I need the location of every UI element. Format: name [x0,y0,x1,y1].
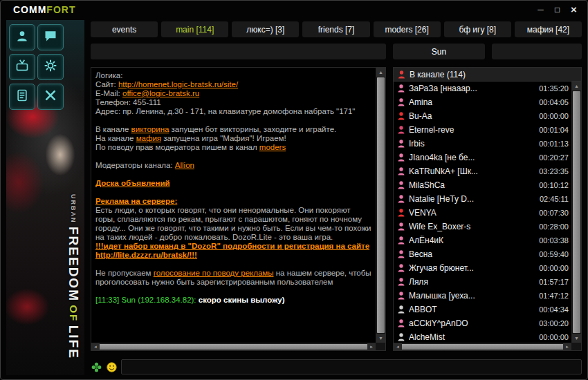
message-input[interactable] [121,359,582,374]
close-button[interactable]: × [569,5,579,15]
scroll-up-button[interactable]: ▲ [376,68,385,77]
chat-bubble-icon [44,29,57,46]
broadcast-button[interactable] [9,54,35,80]
scroll-up-button[interactable]: ▲ [572,82,581,91]
user-name: Amina [409,97,535,107]
topic-bar[interactable] [91,44,386,59]
chat-panel: Логика: Сайт: http://homenet.logic-brats… [91,67,386,351]
scroll-left-button[interactable]: ◄ [91,343,100,350]
user-name: Natalie [НеТу D... [409,194,535,204]
chat-vertical-scrollbar[interactable]: ▲ ▼ [376,68,385,343]
tab-moders[interactable]: moders [26] [374,21,441,37]
scrollbar-corner [571,343,581,350]
user-icon [398,292,405,300]
tab-friends[interactable]: friends [7] [302,21,369,37]
settings-button[interactable] [37,54,64,80]
user-list-item[interactable]: Жгучая брюнет...00:00:00 [394,261,571,275]
user-name: Bu-Aa [409,111,535,121]
chat-text: E-Mail: [95,89,122,97]
emoticons-button[interactable] [106,361,117,372]
message-input-row [91,359,582,375]
scroll-thumb[interactable] [402,344,563,350]
scroll-thumb[interactable] [100,344,367,350]
userlist-horizontal-scrollbar[interactable]: ◄ ► [394,343,571,350]
tab-mafia[interactable]: мафия [42] [515,21,582,37]
user-list-item[interactable]: ABBOT00:04:34 [394,303,571,316]
user-name: aCCkiY^pAnDO [409,319,535,328]
user-time: 01:35:20 [539,84,569,93]
userlist-vertical-scrollbar[interactable]: ▲ ▼ [571,82,581,343]
user-list-item[interactable]: ЗаРаЗа [ннааар...01:35:20 [394,82,571,95]
email-link[interactable]: office@logic-bratsk.ru [122,89,199,97]
log-button[interactable] [9,84,35,110]
chat-horizontal-scrollbar[interactable]: ◄ ► [91,343,376,350]
connection-status-icon[interactable] [91,361,102,372]
maximize-button[interactable]: □ [552,5,562,15]
moderator-link[interactable]: Allion [175,161,194,169]
profile-button[interactable] [9,24,35,50]
user-list-item[interactable]: MilaShCa00:10:12 [394,178,571,192]
tab-lux[interactable]: люкс=) [3] [232,21,299,37]
chat-log: Логика: Сайт: http://homenet.logic-brats… [91,68,376,343]
user-icon [398,98,405,106]
scroll-down-button[interactable]: ▼ [376,334,385,343]
vertical-text-life: LIFE [66,325,81,359]
user-name: MilaShCa [409,180,535,190]
user-icon [398,84,405,93]
user-name: Eternel-reve [409,125,535,135]
vertical-text-freedom: FREEDOM [66,227,81,302]
mafia-channel-link[interactable]: мафия [136,134,161,142]
exit-button[interactable] [37,84,64,110]
user-list-item[interactable]: Natalie [НеТу D...02:45:11 [394,192,571,206]
vertical-text-of: OF [68,305,80,322]
user-list-item[interactable]: AlcheMist00:00:00 [394,330,571,343]
user-list-item[interactable]: Ляля01:57:17 [394,275,571,289]
user-list-item[interactable]: JIano4ka [не бе...00:20:27 [394,151,571,164]
chat-text: В канале [95,125,131,133]
scroll-left-button[interactable]: ◄ [394,343,402,350]
tab-bf-igu[interactable]: бф игу [8] [444,21,511,37]
scroll-thumb[interactable] [573,91,580,333]
board-link[interactable]: Доска объявлений [95,179,170,187]
user-time: 00:04:34 [539,305,569,314]
dozor-link[interactable]: !!!идет набор команд в "DozoR" подробнос… [95,242,369,259]
tv-icon [15,59,29,75]
user-list-item[interactable]: Wife Ex_Boxer-s00:28:00 [394,220,571,234]
user-time: 00:00:00 [539,333,569,341]
user-time: 00:03:38 [539,236,569,245]
vote-link[interactable]: голосование по поводу рекламы [154,269,274,277]
user-list-item[interactable]: Irbis00:01:13 [394,137,571,151]
scroll-thumb[interactable] [377,77,385,333]
moders-channel-link[interactable]: moders [259,143,286,151]
minimize-button[interactable]: ─ [535,5,546,15]
site-link[interactable]: http://homenet.logic-bratsk.ru/site/ [118,80,238,88]
user-list-item[interactable]: Весна00:59:40 [394,247,571,261]
user-list-item[interactable]: Малышка [уеха...01:47:12 [394,289,571,303]
user-list-item[interactable]: VENYA00:07:30 [394,206,571,220]
user-time: 00:07:30 [539,209,569,217]
user-list-item[interactable]: Eternel-reve00:01:04 [394,123,571,137]
nickname-button[interactable]: Sun [393,44,485,59]
chat-button[interactable] [37,24,64,50]
user-list-item[interactable]: KaTRuNkA+ [Шк...03:23:35 [394,164,571,178]
user-time: 01:47:12 [539,292,569,300]
user-list-item[interactable]: АлЁн4иК00:03:38 [394,234,571,247]
quiz-channel-link[interactable]: викторина [131,125,169,133]
tab-main[interactable]: main [114] [161,21,228,37]
user-list-item[interactable]: Bu-Aa00:00:00 [394,109,571,123]
chat-text: Сайт: [95,80,118,88]
user-list-item[interactable]: aCCkiY^pAnDO03:00:20 [394,316,571,330]
chat-text: Телефон: 455-111 [95,98,161,106]
secondary-bar[interactable] [492,44,582,59]
user-icon [398,126,405,134]
channel-icon [398,70,405,79]
user-time: 00:10:12 [539,181,569,189]
window-controls: ─ □ × [535,5,579,15]
chat-text: Модераторы канала: [95,161,175,169]
app-logo: COMMFORT [13,4,75,15]
scroll-right-button[interactable]: ► [563,343,571,350]
user-list-item[interactable]: Amina00:04:05 [394,95,571,109]
scroll-down-button[interactable]: ▼ [572,334,581,343]
tab-events[interactable]: events [91,21,158,37]
scroll-right-button[interactable]: ► [367,343,376,350]
